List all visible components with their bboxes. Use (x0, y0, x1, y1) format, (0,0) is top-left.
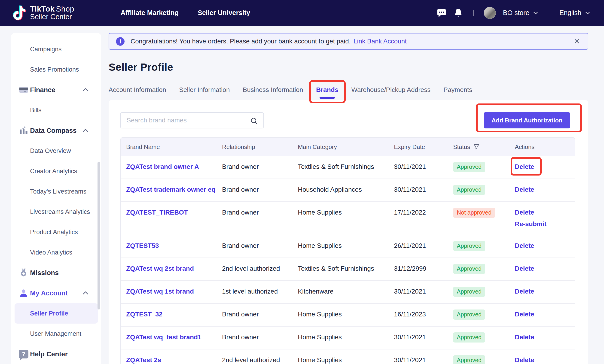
delete-link[interactable]: Delete (515, 287, 534, 296)
brand-name-link[interactable]: ZQATEST_TIREBOT (126, 208, 188, 217)
cell-status: Approved (453, 242, 515, 251)
brand-name-link[interactable]: ZQTEST53 (126, 242, 159, 250)
tab-label: Seller Information (179, 86, 230, 93)
close-icon[interactable]: ✕ (574, 38, 580, 45)
table-row: ZQATest wq_test brand1Brand ownerHome Su… (121, 326, 575, 349)
status-badge: Approved (453, 241, 485, 251)
language-selector[interactable]: English (559, 9, 591, 17)
tab-brands[interactable]: Brands (316, 86, 338, 99)
nav-affiliate-marketing[interactable]: Affiliate Marketing (121, 9, 179, 17)
active-tab-underline (320, 97, 335, 99)
cell-brand-name: ZQATest brand owner A (126, 163, 222, 171)
sidebar-item-help-center[interactable]: ?Help Center (11, 344, 101, 364)
profile-tabs: Account InformationSeller InformationBus… (109, 86, 588, 99)
search-icon[interactable] (250, 116, 258, 125)
cell-main-category: Home Supplies (298, 333, 394, 341)
search-input[interactable] (121, 113, 264, 128)
add-brand-authorization-button[interactable]: Add Brand Authorization (484, 112, 570, 128)
credit-card-icon (19, 85, 28, 95)
cell-main-category: Home Supplies (298, 310, 394, 318)
filter-icon[interactable] (473, 144, 480, 150)
store-selector[interactable]: BO store (503, 9, 538, 17)
cell-expiry-date: 17/11/2022 (394, 208, 453, 217)
delete-link[interactable]: Delete (515, 333, 534, 341)
sidebar-item-video-analytics[interactable]: Video Analytics (11, 242, 101, 263)
brand-name-link[interactable]: ZQATest brand owner A (126, 163, 199, 171)
cell-status: Approved (453, 287, 515, 297)
sidebar-item-bills[interactable]: Bills (11, 100, 101, 120)
brands-panel: Add Brand Authorization Brand NameRelati… (109, 100, 588, 364)
tab-seller-information[interactable]: Seller Information (179, 86, 230, 99)
chat-icon[interactable] (437, 8, 446, 18)
cell-brand-name: ZQATest wq_test brand1 (126, 333, 222, 341)
brands-toolbar: Add Brand Authorization (120, 112, 575, 128)
column-header-expiry-date: Expiry Date (394, 144, 453, 151)
table-row: ZQATest brand owner ABrand ownerTextiles… (121, 156, 575, 179)
tiktok-shop-logo[interactable]: TikTokShop Seller Center (13, 5, 74, 21)
language-label: English (559, 9, 581, 17)
brand-name-link[interactable]: ZQATest wq 2st brand (126, 265, 194, 273)
delete-link[interactable]: Delete (515, 208, 534, 217)
delete-link[interactable]: Delete (515, 265, 534, 273)
sidebar-scrollbar[interactable] (98, 162, 100, 309)
brand-name-link[interactable]: ZQATest wq 1st brand (126, 287, 194, 296)
status-badge: Approved (453, 309, 485, 320)
delete-link[interactable]: Delete (515, 310, 534, 318)
sidebar-item-data-compass[interactable]: Data Compass (11, 120, 101, 141)
cell-actions: Delete (515, 333, 569, 341)
cell-expiry-date: 30/11/2021 (394, 356, 453, 364)
table-row: ZQATest wq 2st brand2nd level authorized… (121, 257, 575, 280)
tab-business-information[interactable]: Business Information (243, 86, 303, 99)
delete-link[interactable]: Delete (515, 185, 534, 194)
delete-link[interactable]: Delete (515, 242, 534, 250)
sidebar-item-user-management[interactable]: User Management (11, 324, 101, 344)
re-submit-link[interactable]: Re-submit (515, 220, 546, 228)
delete-link[interactable]: Delete (515, 163, 534, 171)
sidebar-item-product-analytics[interactable]: Product Analytics (11, 222, 101, 242)
cell-brand-name: ZQATEST_TIREBOT (126, 208, 222, 217)
link-bank-account-link[interactable]: Link Bank Account (353, 38, 407, 45)
sidebar-item-sales-promotions[interactable]: Sales Promotions (11, 59, 101, 80)
bell-icon[interactable] (453, 8, 463, 18)
cell-brand-name: ZQATest trademark owner eq (126, 185, 222, 194)
logo-tiktok: TikTok (30, 5, 54, 13)
tab-warehouse-pickup-address[interactable]: Warehouse/Pickup Address (351, 86, 430, 99)
tab-account-information[interactable]: Account Information (109, 86, 166, 99)
nav-seller-university[interactable]: Seller University (198, 9, 250, 17)
column-header-relationship: Relationship (222, 144, 298, 151)
sidebar-item-my-account[interactable]: My Account (11, 283, 101, 303)
logo-shop: Shop (56, 5, 74, 13)
sidebar-item-campaigns[interactable]: Campaigns (11, 39, 101, 59)
sidebar-item-seller-profile[interactable]: Seller Profile (14, 303, 98, 324)
cell-relationship: Brand owner (222, 333, 298, 341)
brand-name-link[interactable]: ZQATest 2s wq_trademark_brand (126, 356, 215, 364)
table-row: ZQATest trademark owner eqBrand ownerHou… (121, 179, 575, 201)
brand-name-link[interactable]: ZQATest trademark owner eq (126, 185, 215, 194)
tab-payments[interactable]: Payments (443, 86, 472, 99)
cell-brand-name: ZQATest 2s wq_trademark_brand (126, 356, 222, 364)
sidebar-item-missions[interactable]: Missions (11, 263, 101, 283)
sidebar-item-finance[interactable]: Finance (11, 80, 101, 100)
cell-status: Approved (453, 356, 515, 364)
cell-actions: Delete (515, 287, 569, 296)
cell-main-category: Textiles & Soft Furnishings (298, 265, 394, 273)
status-badge: Approved (453, 287, 485, 297)
sidebar-item-today-s-livestreams[interactable]: Today's Livestreams (11, 181, 101, 202)
main-content: i Congratulations! You have orders. Plea… (109, 33, 588, 364)
store-avatar[interactable] (484, 7, 496, 19)
sidebar-item-label: Data Compass (30, 127, 76, 134)
delete-link[interactable]: Delete (515, 356, 534, 364)
sidebar-item-creator-analytics[interactable]: Creator Analytics (11, 161, 101, 181)
sidebar-item-livestreams-analytics[interactable]: Livestreams Analytics (11, 202, 101, 222)
column-header-label: Status (453, 144, 470, 151)
brand-name-link[interactable]: ZQATest wq_test brand1 (126, 333, 201, 341)
sidebar-item-data-overview[interactable]: Data Overview (11, 141, 101, 161)
cell-actions: Delete (515, 242, 569, 250)
cell-status: Approved (453, 185, 515, 195)
cell-main-category: Household Appliances (298, 185, 394, 194)
chevron-up-icon (82, 86, 89, 94)
tab-label: Business Information (243, 86, 303, 93)
brand-name-link[interactable]: ZQTEST_32 (126, 310, 163, 318)
cell-relationship: Brand owner (222, 163, 298, 171)
top-right-cluster: BO store English (437, 7, 591, 19)
